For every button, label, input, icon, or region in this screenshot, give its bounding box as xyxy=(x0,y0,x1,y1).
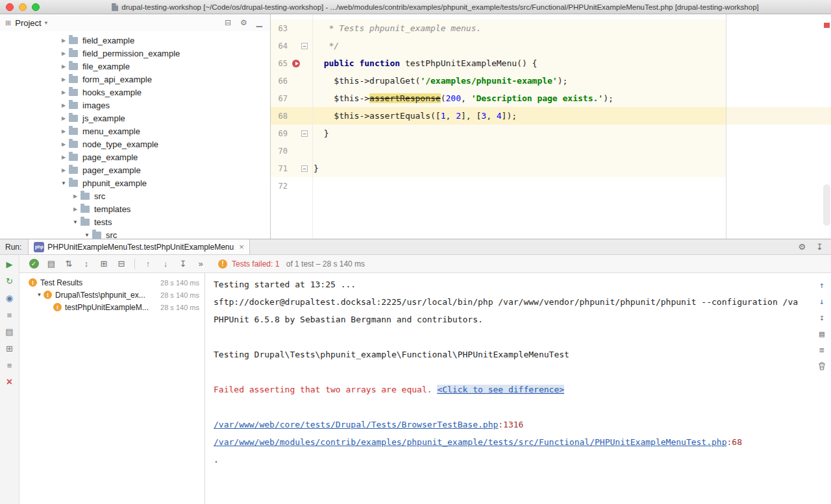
show-console-icon[interactable]: ▤ xyxy=(5,326,15,337)
failed-test-gutter-icon[interactable] xyxy=(292,60,300,67)
titlebar: drupal-testing-workshop [~/Code/os/drupa… xyxy=(0,0,831,14)
collapse-all-icon[interactable]: ⊟ xyxy=(225,18,231,27)
chevron-right-icon[interactable]: ▶ xyxy=(70,206,81,212)
show-passed-icon[interactable]: ✓ xyxy=(26,257,42,271)
test-class-row[interactable]: ▼ ! Drupal\Tests\phpunit_ex... 28 s 140 … xyxy=(19,289,205,301)
tree-item-tests[interactable]: ▼tests xyxy=(0,215,270,228)
folder-icon xyxy=(69,76,78,83)
folder-icon xyxy=(69,167,78,174)
tree-item-phpunit-example[interactable]: ▼phpunit_example xyxy=(0,176,270,189)
up-stack-trace-icon[interactable]: ↑ xyxy=(817,280,827,290)
toggle-auto-test-icon[interactable]: ◉ xyxy=(5,293,15,303)
project-panel-title[interactable]: Project xyxy=(15,18,41,28)
rerun-failed-tests-button[interactable]: ↻ xyxy=(5,276,15,286)
tree-item-js-example[interactable]: ▶js_example xyxy=(0,112,270,125)
stack-trace-link[interactable]: /var/www/web/core/tests/Drupal/Tests/Bro… xyxy=(214,420,498,429)
code-line[interactable]: 63 * Tests phpunit_example menus. xyxy=(271,19,831,37)
close-window-button[interactable] xyxy=(6,3,14,11)
clear-all-icon[interactable] xyxy=(817,361,827,371)
chevron-right-icon[interactable]: ▶ xyxy=(70,193,81,199)
code-line[interactable]: 72 xyxy=(271,177,831,195)
print-icon[interactable]: ≡ xyxy=(817,344,827,355)
chevron-down-icon[interactable]: ▼ xyxy=(35,292,43,298)
see-difference-link[interactable]: <Click to see difference> xyxy=(437,385,564,394)
export-test-results-icon[interactable]: ↧ xyxy=(175,257,191,271)
chevron-right-icon[interactable]: ▶ xyxy=(58,167,69,173)
error-stripe-mark[interactable] xyxy=(824,23,830,28)
hide-tool-window-icon[interactable]: ↧ xyxy=(816,242,823,252)
code-line[interactable]: 66 $this->drupalGet('/examples/phpunit-e… xyxy=(271,72,831,90)
gear-icon[interactable]: ⚙ xyxy=(798,242,806,252)
zoom-window-button[interactable] xyxy=(32,3,40,11)
tree-item-tests-src[interactable]: ▼src xyxy=(0,228,270,239)
chevron-right-icon[interactable]: ▶ xyxy=(58,115,69,121)
editor-pane[interactable]: 63 * Tests phpunit_example menus. 64− */… xyxy=(271,14,831,239)
code-line[interactable]: 65 public function testPhpUnitExampleMen… xyxy=(271,54,831,72)
chevron-down-icon[interactable]: ▼ xyxy=(70,219,81,225)
more-options-icon[interactable]: » xyxy=(193,257,208,271)
fold-marker-icon[interactable]: − xyxy=(301,130,308,137)
tree-item-src[interactable]: ▶src xyxy=(0,189,270,202)
chevron-right-icon[interactable]: ▶ xyxy=(58,141,69,147)
deprecated-method: assertResponse xyxy=(369,93,441,103)
fold-marker-icon[interactable]: − xyxy=(301,165,308,172)
test-console[interactable]: Testing started at 13:25 ... sftp://dock… xyxy=(206,273,831,504)
tree-item-field-permission-example[interactable]: ▶field_permission_example xyxy=(0,47,270,60)
code-line[interactable]: 64− */ xyxy=(271,37,831,54)
run-left-toolbar: ▶ ↻ ◉ ■ ▤ ⊞ ≡ × xyxy=(0,255,19,504)
chevron-down-icon[interactable]: ▼ xyxy=(82,232,92,238)
console-history-icon[interactable]: ▤ xyxy=(817,328,827,339)
chevron-right-icon[interactable]: ▶ xyxy=(58,77,69,82)
tree-item-form-api-example[interactable]: ▶form_api_example xyxy=(0,73,270,86)
chevron-down-icon[interactable]: ▾ xyxy=(45,19,48,26)
minimize-window-button[interactable] xyxy=(19,3,27,11)
tree-item-hooks-example[interactable]: ▶hooks_example xyxy=(0,86,270,99)
chevron-right-icon[interactable]: ▶ xyxy=(58,102,69,108)
chevron-down-icon[interactable]: ▼ xyxy=(58,180,69,186)
next-failed-test-icon[interactable]: ↓ xyxy=(158,257,173,271)
folder-icon xyxy=(81,206,90,213)
collapse-all-icon[interactable]: ⊟ xyxy=(114,257,129,271)
expand-all-icon[interactable]: ⊞ xyxy=(96,257,112,271)
chevron-right-icon[interactable]: ▶ xyxy=(58,64,69,69)
test-results-root-row[interactable]: ! Test Results 28 s 140 ms xyxy=(19,276,205,289)
previous-failed-test-icon[interactable]: ↑ xyxy=(140,257,156,271)
run-tab[interactable]: php PHPUnitExampleMenuTest.testPhpUnitEx… xyxy=(28,239,249,254)
chevron-right-icon[interactable]: ▶ xyxy=(58,90,69,95)
chevron-right-icon[interactable]: ▶ xyxy=(58,38,69,43)
tree-item-images[interactable]: ▶images xyxy=(0,99,270,112)
tree-item-menu-example[interactable]: ▶menu_example xyxy=(0,125,270,138)
show-ignored-icon[interactable]: ▤ xyxy=(43,257,59,271)
rerun-test-button[interactable]: ▶ xyxy=(5,259,15,269)
down-stack-trace-icon[interactable]: ↓ xyxy=(817,296,827,306)
sort-alphabetically-icon[interactable]: ⇅ xyxy=(61,257,77,271)
code-line[interactable]: 70 xyxy=(271,142,831,160)
restore-layout-icon[interactable]: ⊞ xyxy=(5,343,15,354)
fold-marker-icon[interactable]: − xyxy=(301,43,308,49)
test-method-row[interactable]: ! testPhpUnitExampleM... 28 s 140 ms xyxy=(19,301,205,313)
console-options-icon[interactable]: ≡ xyxy=(5,360,15,370)
close-tab-icon[interactable]: × xyxy=(239,242,244,252)
code-line[interactable]: 69− } xyxy=(271,125,831,142)
tree-item-node-type-example[interactable]: ▶node_type_example xyxy=(0,138,270,150)
code-line[interactable]: 68 $this->assertEquals([1, 2], [3, 4]); xyxy=(271,107,831,125)
stop-button[interactable]: ■ xyxy=(5,309,15,320)
tree-item-file-example[interactable]: ▶file_example xyxy=(0,60,270,73)
tree-item-field-example[interactable]: ▶field_example xyxy=(0,34,270,47)
hide-panel-icon[interactable]: ▁ xyxy=(256,18,262,27)
sort-by-duration-icon[interactable]: ↕ xyxy=(79,257,94,271)
tree-item-templates[interactable]: ▶templates xyxy=(0,202,270,215)
chevron-right-icon[interactable]: ▶ xyxy=(58,128,69,134)
chevron-right-icon[interactable]: ▶ xyxy=(58,51,69,56)
export-icon[interactable]: ↧ xyxy=(817,312,827,322)
gear-icon[interactable]: ⚙ xyxy=(240,18,247,27)
tree-item-pager-example[interactable]: ▶pager_example xyxy=(0,163,270,176)
chevron-right-icon[interactable]: ▶ xyxy=(58,154,69,160)
editor-scrollbar[interactable] xyxy=(823,184,830,226)
tree-item-page-example[interactable]: ▶page_example xyxy=(0,150,270,163)
tree-item-label: pager_example xyxy=(82,165,141,175)
code-line[interactable]: 67 $this->assertResponse(200, 'Descripti… xyxy=(271,90,831,107)
close-run-panel-button[interactable]: × xyxy=(5,377,15,387)
stack-trace-link[interactable]: /var/www/web/modules/contrib/examples/ph… xyxy=(214,437,727,447)
code-line[interactable]: 71−} xyxy=(271,160,831,177)
